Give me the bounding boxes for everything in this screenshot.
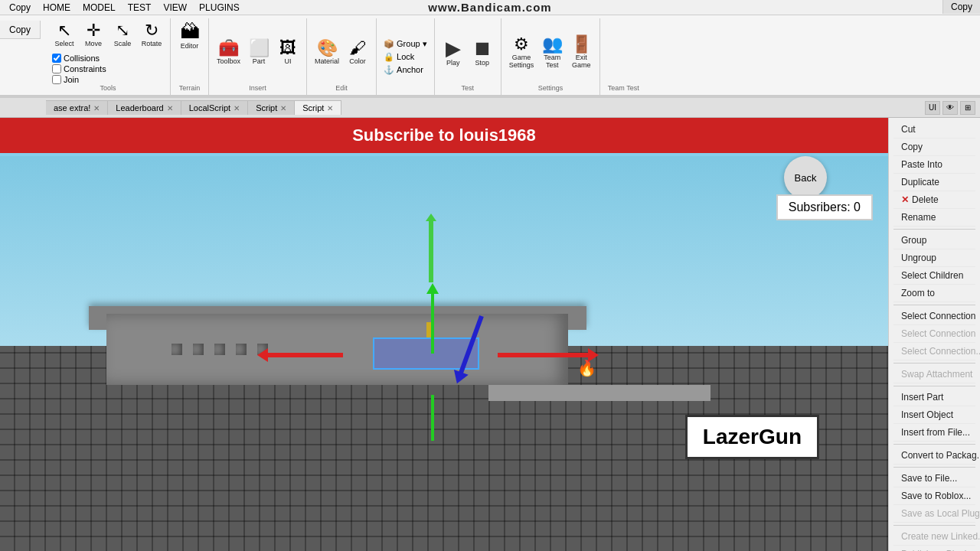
ui-button[interactable]: 🖼 UI [274, 38, 302, 67]
lock-icon: 🔒 [384, 52, 394, 62]
context-insert-part[interactable]: Insert Part [893, 389, 975, 406]
terrain-group-label: Terrain [179, 84, 201, 93]
context-paste-into[interactable]: Paste Into [893, 156, 975, 174]
terrain-icon: 🏔 [180, 21, 200, 41]
color-icon: 🖌 [349, 40, 366, 57]
context-duplicate[interactable]: Duplicate [893, 174, 975, 191]
arrow-right [498, 353, 590, 357]
green-indicator-top [429, 220, 433, 283]
test-buttons: ▶ Play ⏹ Stop [439, 20, 496, 84]
stop-icon: ⏹ [472, 38, 492, 58]
select-label: Select [54, 40, 74, 47]
left-copy-top[interactable]: Copy [3, 2, 37, 14]
edit-group-label: Edit [335, 84, 348, 93]
tab-visibility-toggle[interactable]: 👁 [942, 101, 958, 115]
context-save-roblox[interactable]: Save to Roblox... [893, 487, 975, 505]
team-test-button[interactable]: 👥 Team Test [538, 34, 566, 70]
back-button[interactable]: Back [784, 156, 827, 199]
context-delete[interactable]: ✕ Delete [893, 191, 975, 209]
tab-script-2[interactable]: Script ✕ [295, 100, 341, 115]
tab-base-extra-close[interactable]: ✕ [93, 104, 100, 112]
building-base [106, 314, 568, 385]
tab-base-extra-label: ase extra! [54, 103, 90, 112]
toolbox-button[interactable]: 🧰 Toolbox [214, 38, 243, 67]
pillar-1 [172, 344, 182, 355]
context-cut[interactable]: Cut [893, 121, 975, 139]
part-button[interactable]: ⬜ Part [245, 38, 273, 67]
right-panel-top: Cut Copy Paste Into Duplicate ✕ Delete R… [889, 118, 980, 551]
exit-game-button[interactable]: 🚪 Exit Game [567, 34, 595, 70]
scale-button[interactable]: ⤡ Scale [109, 21, 136, 49]
team-test-icon: 👥 [542, 36, 563, 53]
rotate-icon: ↻ [145, 22, 158, 39]
stop-button[interactable]: ⏹ Stop [469, 37, 496, 68]
top-copy-right[interactable]: Copy [942, 0, 980, 14]
ribbon-group-tools: ↖ Select ✛ Move ⤡ Scale ↻ Rotate [46, 18, 171, 95]
left-copy-panel[interactable]: Copy [0, 21, 41, 39]
context-save-file[interactable]: Save to File... [893, 470, 975, 487]
editor-tabs: ase extra! ✕ Leaderboard ✕ LocalScript ✕… [0, 98, 980, 118]
context-create-linked: Create new Linked... [893, 528, 975, 546]
tab-localscript-close[interactable]: ✕ [234, 104, 240, 112]
part-icon: ⬜ [249, 40, 270, 57]
context-convert-package[interactable]: Convert to Packag... [893, 447, 975, 465]
menu-plugins[interactable]: PLUGINS [193, 1, 246, 15]
menu-view[interactable]: VIEW [157, 1, 193, 15]
tab-base-extra[interactable]: ase extra! ✕ [46, 100, 108, 115]
context-select-connection-1[interactable]: Select Connection [893, 308, 975, 325]
ribbon-group-test: ▶ Play ⏹ Stop Test [435, 18, 501, 95]
select-button[interactable]: ↖ Select [51, 21, 78, 49]
tools-buttons: ↖ Select ✛ Move ⤡ Scale ↻ Rotate [51, 20, 165, 49]
context-group[interactable]: Group [893, 232, 975, 249]
ribbon-content: ↖ Select ✛ Move ⤡ Scale ↻ Rotate [0, 15, 980, 96]
context-copy[interactable]: Copy [893, 139, 975, 156]
tab-script-1-close[interactable]: ✕ [280, 104, 286, 112]
tab-localscript[interactable]: LocalScript ✕ [181, 100, 248, 115]
group-dropdown[interactable]: 📦 Group ▾ [381, 38, 430, 50]
arrow-up [431, 292, 434, 354]
anchor-button[interactable]: ⚓ Anchor [381, 64, 430, 76]
settings-group-label: Settings [538, 84, 564, 93]
menu-test[interactable]: TEST [122, 1, 158, 15]
menu-home[interactable]: HOME [37, 1, 77, 15]
tab-leaderboard[interactable]: Leaderboard ✕ [108, 100, 181, 115]
rotate-button[interactable]: ↻ Rotate [138, 21, 165, 49]
arrow-down [431, 395, 434, 441]
insert-buttons: 🧰 Toolbox ⬜ Part 🖼 UI [214, 20, 302, 84]
move-icon: ✛ [87, 22, 100, 39]
subscribe-banner: Subscribe to louis1968 [0, 118, 888, 153]
context-ungroup[interactable]: Ungroup [893, 249, 975, 267]
tab-script-1[interactable]: Script ✕ [248, 100, 295, 115]
context-insert-object[interactable]: Insert Object [893, 406, 975, 424]
context-rename[interactable]: Rename [893, 209, 975, 227]
bandicam-logo: www.Bandicam.com [428, 1, 551, 14]
move-label: Move [85, 40, 102, 47]
context-insert-from-file[interactable]: Insert from File... [893, 424, 975, 442]
join-checkbox[interactable]: Join [52, 75, 165, 84]
context-zoom-to[interactable]: Zoom to [893, 285, 975, 302]
ribbon-group-settings: ⚙ Game Settings 👥 Team Test 🚪 Exit Game … [501, 18, 601, 95]
move-button[interactable]: ✛ Move [80, 21, 107, 49]
play-button[interactable]: ▶ Play [439, 37, 467, 68]
context-select-connection-3: Select Connection... [893, 343, 975, 360]
material-button[interactable]: 🎨 Material [312, 38, 342, 67]
constraints-checkbox[interactable]: Constraints [52, 64, 165, 73]
pillar-4 [236, 344, 247, 355]
color-button[interactable]: 🖌 Color [344, 38, 371, 67]
tab-leaderboard-close[interactable]: ✕ [167, 104, 173, 112]
tab-ui-controls: UI 👁 ⊞ [925, 101, 980, 115]
tab-script-2-close[interactable]: ✕ [327, 104, 333, 112]
game-settings-button[interactable]: ⚙ Game Settings [506, 34, 537, 70]
anchor-icon: ⚓ [384, 65, 394, 75]
tab-expand-button[interactable]: ⊞ [960, 101, 975, 115]
menu-model[interactable]: MODEL [77, 1, 122, 15]
context-select-children[interactable]: Select Children [893, 267, 975, 285]
separator-7 [893, 525, 975, 526]
terrain-editor-button[interactable]: 🏔 Editor [176, 20, 204, 51]
tab-localscript-label: LocalScript [189, 103, 230, 112]
tab-ui-toggle[interactable]: UI [925, 101, 940, 115]
toolbox-icon: 🧰 [218, 40, 239, 57]
lock-button[interactable]: 🔒 Lock [381, 51, 430, 63]
viewport[interactable]: Subscribe to louis1968 🔥 [0, 118, 888, 551]
collisions-checkbox[interactable]: Collisions [52, 54, 165, 63]
